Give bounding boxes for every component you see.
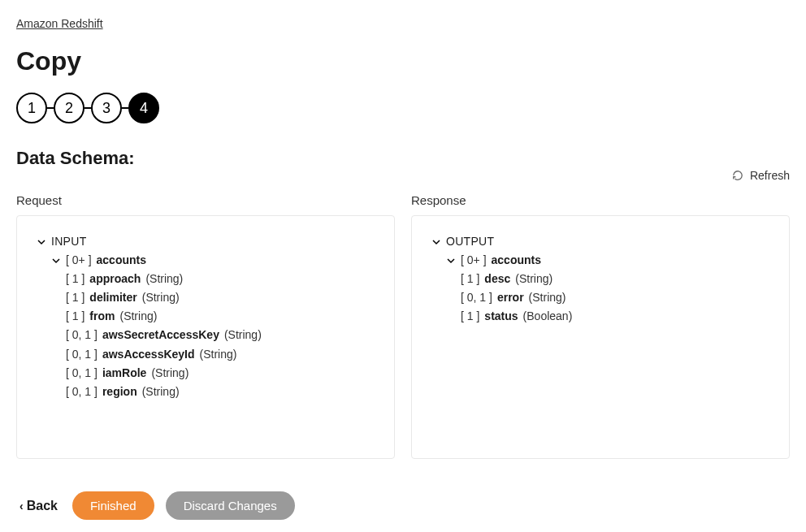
footer-bar: ‹ Back Finished Discard Changes [16,491,790,520]
cardinality: [ 0, 1 ] [66,364,98,383]
tree-field: [ 1 ] approach (String) [66,270,375,288]
cardinality: [ 0, 1 ] [66,383,98,401]
cardinality: [ 1 ] [66,307,84,326]
tree-field: [ 0, 1 ] awsSecretAccessKey (String) [66,326,375,344]
refresh-label: Refresh [750,169,790,182]
finished-button[interactable]: Finished [72,491,154,520]
cardinality: [ 0+ ] [66,251,92,270]
chevron-down-icon[interactable] [431,238,441,246]
back-button[interactable]: ‹ Back [16,494,61,518]
field-type: (String) [142,383,180,401]
cardinality: [ 1 ] [66,288,84,307]
cardinality: [ 0, 1 ] [66,326,98,344]
step-2[interactable]: 2 [54,93,84,123]
tree-root-label: INPUT [51,232,87,251]
field-name: awsSecretAccessKey [102,326,219,344]
field-name: desc [484,270,510,288]
step-1[interactable]: 1 [16,93,47,123]
field-name: accounts [97,251,146,270]
cardinality: [ 0, 1 ] [461,288,492,307]
breadcrumb[interactable]: Amazon Redshift [16,17,103,30]
field-type: (String) [200,345,237,364]
section-heading: Data Schema: [16,148,790,169]
field-name: awsAccessKeyId [102,345,195,364]
step-line [84,107,91,109]
back-label: Back [27,499,58,513]
request-label: Request [16,193,395,207]
tree-field: [ 1 ] desc (String) [461,270,769,288]
field-name: status [484,307,518,326]
response-panel: OUTPUT [ 0+ ] accounts [ 1 ] desc (Strin… [411,215,790,459]
tree-group-accounts[interactable]: [ 0+ ] accounts [446,251,769,270]
field-type: (String) [142,288,180,307]
field-type: (String) [224,326,262,344]
stepper: 1 2 3 4 [16,93,790,123]
field-name: iamRole [102,364,146,383]
tree-field: [ 0, 1 ] awsAccessKeyId (String) [66,345,375,364]
chevron-down-icon[interactable] [51,257,61,265]
field-name: error [497,288,524,307]
field-name: accounts [492,251,541,270]
field-name: approach [89,270,141,288]
step-3[interactable]: 3 [91,93,122,123]
cardinality: [ 0, 1 ] [66,345,98,364]
tree-field: [ 0, 1 ] region (String) [66,383,375,401]
field-type: (String) [119,307,157,326]
cardinality: [ 0+ ] [461,251,487,270]
cardinality: [ 1 ] [66,270,84,288]
tree-root-output[interactable]: OUTPUT [431,232,769,251]
field-name: region [102,383,137,401]
field-name: from [89,307,115,326]
refresh-icon [732,170,743,181]
page-title: Copy [16,46,790,76]
request-column: Request INPUT [ 0+ ] accounts [16,193,395,459]
chevron-left-icon: ‹ [20,500,24,513]
field-type: (String) [151,364,188,383]
field-type: (String) [529,288,566,307]
cardinality: [ 1 ] [461,307,479,326]
discard-changes-button[interactable]: Discard Changes [166,491,295,520]
request-panel: INPUT [ 0+ ] accounts [ 1 ] approach (St… [16,215,395,459]
tree-root-label: OUTPUT [446,232,494,251]
field-type: (Boolean) [523,307,573,326]
tree-field: [ 0, 1 ] error (String) [461,288,769,307]
cardinality: [ 1 ] [461,270,479,288]
chevron-down-icon[interactable] [446,257,456,265]
tree-field: [ 1 ] status (Boolean) [461,307,769,326]
tree-group-accounts[interactable]: [ 0+ ] accounts [51,251,375,270]
chevron-down-icon[interactable] [37,238,46,246]
response-label: Response [411,193,790,207]
tree-field: [ 1 ] from (String) [66,307,375,326]
tree-field: [ 1 ] delimiter (String) [66,288,375,307]
field-type: (String) [515,270,552,288]
step-4[interactable]: 4 [128,93,159,123]
field-type: (String) [145,270,183,288]
tree-field: [ 0, 1 ] iamRole (String) [66,364,375,383]
response-column: Response OUTPUT [ 0+ ] accounts [411,193,790,459]
refresh-button[interactable]: Refresh [732,169,790,182]
step-line [47,107,54,109]
tree-root-input[interactable]: INPUT [37,232,375,251]
step-line [122,107,128,109]
field-name: delimiter [89,288,136,307]
